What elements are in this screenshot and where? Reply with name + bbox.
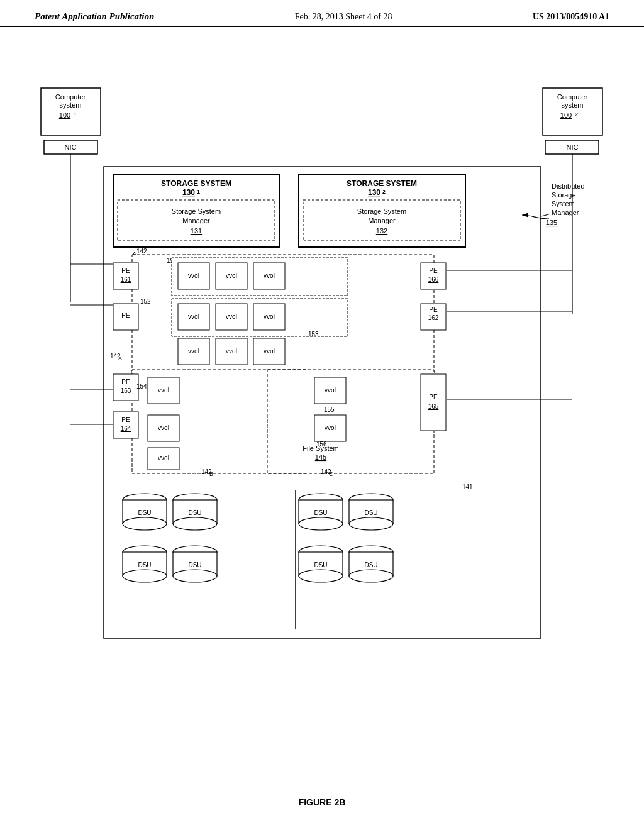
cs1-label: Computer: [55, 93, 86, 101]
dsu-7: DSU: [314, 562, 327, 568]
svg-point-75: [299, 570, 343, 582]
ref-154: 154: [136, 383, 147, 390]
svg-text:A: A: [118, 355, 122, 362]
svg-point-78: [349, 570, 393, 582]
vvol-b3: vvol: [158, 455, 169, 462]
svg-text:130: 130: [368, 188, 380, 197]
svg-text:system: system: [60, 101, 82, 109]
svg-text:A: A: [133, 251, 136, 257]
svg-text:130: 130: [182, 188, 195, 197]
header-publication-label: Patent Application Publication: [35, 11, 154, 22]
vvol-3-1: vvol: [188, 348, 199, 355]
dsu-3: DSU: [314, 509, 327, 516]
vvol-1-3: vvol: [264, 272, 275, 279]
vvol-1-2: vvol: [226, 272, 237, 279]
pe164-label: PE: [121, 416, 130, 423]
ss2-manager-label: Storage System: [357, 208, 406, 215]
page-header: Patent Application Publication Feb. 28, …: [0, 0, 644, 27]
svg-text:2: 2: [382, 189, 386, 195]
pe166-label: PE: [429, 267, 438, 274]
pe165-label: PE: [429, 394, 438, 401]
nic1-label: NIC: [65, 143, 77, 151]
ss1-manager-ref: 131: [191, 227, 202, 235]
fs-label: File System: [303, 445, 338, 452]
pe163-ref: 163: [121, 387, 131, 394]
svg-text:Manager: Manager: [368, 217, 396, 224]
header-date-sheet: Feb. 28, 2013 Sheet 4 of 28: [295, 12, 392, 22]
svg-text:Manager: Manager: [182, 217, 210, 224]
ss2-title: STORAGE SYSTEM: [347, 179, 417, 188]
svg-text:100: 100: [59, 111, 70, 119]
svg-text:B: B: [209, 471, 213, 477]
dsu-5: DSU: [138, 562, 151, 568]
dsu-1: DSU: [138, 509, 151, 516]
cs2-label: Computer: [557, 93, 588, 101]
vvol-b1: vvol: [158, 387, 169, 394]
svg-point-72: [173, 570, 217, 582]
pe-left2-label: PE: [121, 312, 130, 319]
svg-text:system: system: [562, 101, 584, 109]
ref-152: 152: [140, 298, 151, 305]
ref-155: 155: [324, 406, 335, 413]
svg-text:100: 100: [560, 111, 572, 119]
svg-point-66: [349, 517, 393, 530]
vvol-3-3: vvol: [264, 348, 275, 355]
vvol-2-2: vvol: [226, 313, 237, 320]
svg-point-60: [173, 517, 217, 530]
vvol-2-3: vvol: [264, 313, 275, 320]
svg-point-69: [123, 570, 167, 582]
ss2-manager-ref: 132: [376, 227, 387, 235]
svg-text:System: System: [552, 200, 575, 208]
pe162-ref: 162: [428, 314, 439, 321]
pe163-label: PE: [121, 379, 130, 385]
svg-rect-46: [267, 370, 434, 473]
pe164-ref: 164: [121, 425, 131, 432]
pe162-label: PE: [429, 306, 438, 313]
dsu-2: DSU: [188, 509, 201, 516]
vvol-2-1: vvol: [188, 313, 199, 320]
header-patent-number: US 2013/0054910 A1: [533, 12, 609, 22]
pe165-ref: 165: [428, 403, 439, 410]
ref-141: 141: [462, 484, 473, 490]
vvol-c2: vvol: [325, 424, 336, 431]
svg-rect-53: [421, 374, 446, 431]
nic2-label: NIC: [567, 143, 579, 151]
vvol-3-2: vvol: [226, 348, 237, 355]
svg-text:2: 2: [575, 111, 578, 118]
dsu-8: DSU: [364, 562, 377, 568]
fs-ref: 145: [315, 453, 326, 461]
pe161-label: PE: [121, 267, 130, 274]
vvol-1-1: vvol: [188, 272, 199, 279]
dsu-4: DSU: [364, 509, 377, 516]
pe161-ref: 161: [121, 276, 131, 283]
dist-manager-ref: 135: [546, 219, 557, 226]
svg-text:1: 1: [197, 189, 200, 195]
svg-text:Manager: Manager: [552, 209, 579, 216]
pe166-ref: 166: [428, 276, 439, 283]
vvol-c1: vvol: [325, 387, 336, 394]
svg-point-57: [123, 517, 167, 530]
dist-manager-label: Distributed: [552, 182, 585, 190]
ss1-title: STORAGE SYSTEM: [161, 179, 231, 188]
ref-153: 153: [308, 331, 319, 338]
vvol-b2: vvol: [158, 424, 169, 431]
ss1-manager-label: Storage System: [172, 208, 221, 215]
dsu-6: DSU: [188, 562, 201, 568]
main-diagram: Computer system 100 1 NIC Computer syste…: [35, 50, 609, 773]
ref-142a: 142: [136, 248, 147, 255]
figure-label: FIGURE 2B: [0, 797, 644, 808]
svg-text:1: 1: [74, 111, 77, 118]
svg-point-63: [299, 517, 343, 530]
svg-text:C: C: [329, 471, 333, 477]
